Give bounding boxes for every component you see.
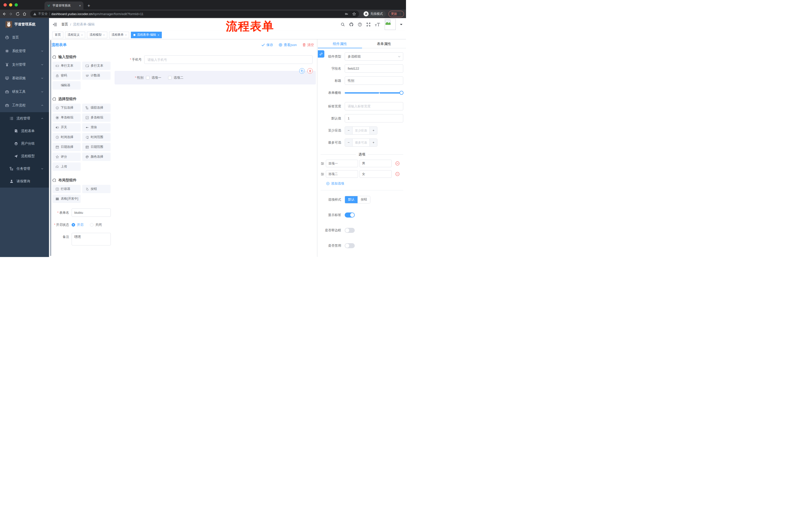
palette-item-cascader[interactable]: 级联选择 bbox=[82, 104, 111, 112]
option-style-button-button[interactable]: 按钮 bbox=[357, 196, 370, 203]
sidebar-item-task-mgmt[interactable]: 任务管理 bbox=[0, 162, 49, 175]
view-json-button[interactable]: 查看json bbox=[279, 43, 297, 47]
font-size-icon[interactable] bbox=[375, 22, 380, 27]
sidebar-item-user-group[interactable]: 用户分组 bbox=[0, 137, 49, 150]
sidebar-item-payment[interactable]: 支付管理 bbox=[0, 58, 49, 72]
close-window-button[interactable] bbox=[3, 3, 7, 6]
delete-component-button[interactable] bbox=[307, 68, 313, 74]
disabled-toggle[interactable] bbox=[345, 243, 355, 248]
sidebar-item-process-model[interactable]: 流程模型 bbox=[0, 150, 49, 162]
password-key-icon[interactable] bbox=[345, 12, 348, 16]
avatar-dropdown-caret-icon[interactable] bbox=[400, 24, 403, 26]
tab-form-props[interactable]: 表单属性 bbox=[362, 39, 406, 48]
minimize-window-button[interactable] bbox=[9, 3, 12, 6]
avatar[interactable] bbox=[385, 19, 396, 30]
sidebar-item-leave-query[interactable]: 请假查询 bbox=[0, 175, 49, 188]
option-value-input[interactable] bbox=[359, 170, 392, 178]
remove-option-icon[interactable] bbox=[395, 172, 400, 176]
gender-option-1[interactable]: 选项一 bbox=[146, 76, 161, 80]
tag-close-icon[interactable]: × bbox=[103, 33, 105, 36]
stepper-minus-button[interactable]: − bbox=[345, 127, 352, 134]
tab-component-props[interactable]: 组件属性 bbox=[318, 39, 362, 48]
tag-process-form[interactable]: 流程表单× bbox=[109, 32, 129, 38]
url-text[interactable]: dashboard.yudao.iocoder.cn/bpm/manager/f… bbox=[52, 12, 341, 16]
stepper-plus-button[interactable]: + bbox=[370, 139, 377, 146]
sidebar-item-infrastructure[interactable]: 基础设施 bbox=[0, 72, 49, 85]
option-value-input[interactable] bbox=[359, 160, 392, 167]
sidebar-item-dev-tools[interactable]: 研发工具 bbox=[0, 85, 49, 99]
sidebar-item-workflow[interactable]: 工作流程 bbox=[0, 99, 49, 112]
palette-item-radio-group[interactable]: 单选框组 bbox=[52, 113, 81, 122]
sidebar-item-process-form[interactable]: 流程表单 bbox=[0, 125, 49, 137]
drag-handle-icon[interactable] bbox=[321, 172, 324, 176]
palette-item-slider[interactable]: 滑块 bbox=[82, 123, 111, 132]
forward-icon[interactable] bbox=[9, 12, 13, 16]
sidebar-item-system[interactable]: 系统管理 bbox=[0, 44, 49, 58]
phone-field-row[interactable]: *手机号 bbox=[113, 55, 318, 64]
checkbox-icon[interactable] bbox=[146, 76, 149, 79]
form-canvas[interactable]: *手机号 *性别 选项一 bbox=[113, 51, 318, 257]
palette-item-switch[interactable]: 开关 bbox=[52, 123, 81, 132]
clear-button[interactable]: 清空 bbox=[302, 43, 314, 47]
stepper-plus-button[interactable]: + bbox=[370, 127, 377, 134]
browser-menu-icon[interactable]: ⋮ bbox=[399, 12, 402, 16]
security-label[interactable]: 不安全 bbox=[38, 12, 48, 16]
back-icon[interactable] bbox=[2, 12, 6, 16]
add-option-button[interactable]: 添加选项 bbox=[326, 181, 403, 186]
option-name-input[interactable] bbox=[326, 170, 358, 178]
option-name-input[interactable] bbox=[326, 160, 358, 167]
drag-handle-icon[interactable] bbox=[321, 162, 324, 165]
bookmark-star-icon[interactable] bbox=[352, 12, 356, 16]
new-tab-button[interactable]: + bbox=[87, 3, 90, 8]
reload-icon[interactable] bbox=[16, 12, 20, 16]
palette-item-table[interactable]: 表格[开发中] bbox=[52, 195, 81, 203]
phone-input[interactable] bbox=[144, 55, 313, 64]
field-name-input[interactable] bbox=[345, 64, 403, 73]
show-label-toggle[interactable] bbox=[345, 213, 355, 218]
palette-item-editor[interactable]: 编辑器 bbox=[52, 81, 81, 89]
palette-item-multi-line-text[interactable]: 多行文本 bbox=[82, 62, 111, 70]
palette-item-upload[interactable]: 上传 bbox=[52, 162, 81, 171]
tag-home[interactable]: 首页 bbox=[52, 32, 63, 38]
save-button[interactable]: 保存 bbox=[261, 43, 273, 47]
palette-item-time-picker[interactable]: 时间选择 bbox=[52, 133, 81, 141]
checkbox-icon[interactable] bbox=[168, 76, 172, 79]
palette-item-time-range[interactable]: 时间范围 bbox=[82, 133, 111, 141]
palette-item-select[interactable]: 下拉选择 bbox=[52, 104, 81, 112]
browser-tab[interactable]: 芋道管理系统 × bbox=[45, 1, 83, 9]
zoom-window-button[interactable] bbox=[14, 3, 18, 6]
tab-close-icon[interactable]: × bbox=[79, 4, 81, 7]
tag-close-icon[interactable]: × bbox=[125, 33, 127, 36]
search-icon[interactable] bbox=[341, 22, 345, 27]
form-grid-slider[interactable] bbox=[345, 91, 402, 94]
window-controls[interactable] bbox=[0, 3, 21, 9]
tag-process-form-edit[interactable]: 流程表单-编辑× bbox=[131, 32, 162, 38]
tag-process-model[interactable]: 流程模型× bbox=[87, 32, 107, 38]
palette-item-counter[interactable]: 123 计数器 bbox=[82, 72, 111, 80]
component-type-select[interactable]: 多选框组 bbox=[345, 52, 403, 61]
remove-option-icon[interactable] bbox=[395, 161, 400, 166]
status-off-radio[interactable]: 关闭 bbox=[90, 222, 102, 227]
gender-option-2[interactable]: 选项二 bbox=[168, 76, 183, 80]
help-icon[interactable] bbox=[358, 22, 362, 27]
link-tag-button[interactable] bbox=[318, 50, 324, 58]
palette-item-row-container[interactable]: 行容器 bbox=[52, 185, 81, 193]
stepper-minus-button[interactable]: − bbox=[345, 139, 352, 146]
option-style-default-button[interactable]: 默认 bbox=[345, 196, 357, 203]
slider-track[interactable] bbox=[345, 92, 402, 93]
panel-scrollbar[interactable] bbox=[50, 40, 51, 256]
palette-item-rate[interactable]: 评分 bbox=[52, 153, 81, 161]
github-icon[interactable] bbox=[349, 22, 353, 27]
hamburger-fold-icon[interactable] bbox=[53, 22, 57, 27]
tag-close-icon[interactable]: × bbox=[81, 33, 83, 36]
address-bar[interactable]: 不安全 dashboard.yudao.iocoder.cn/bpm/manag… bbox=[30, 10, 359, 17]
palette-item-date-picker[interactable]: 日期选择 bbox=[52, 143, 81, 151]
home-icon[interactable] bbox=[22, 12, 27, 16]
slider-handle[interactable] bbox=[400, 91, 404, 95]
label-width-input[interactable] bbox=[345, 102, 403, 110]
update-browser-button[interactable]: 更新 ⋮ bbox=[388, 11, 404, 17]
min-select-input[interactable] bbox=[352, 127, 370, 134]
tag-process-definition[interactable]: 流程定义× bbox=[65, 32, 85, 38]
palette-item-checkbox-group[interactable]: 多选框组 bbox=[82, 113, 111, 122]
palette-item-single-line-text[interactable]: 单行文本 bbox=[52, 62, 81, 70]
